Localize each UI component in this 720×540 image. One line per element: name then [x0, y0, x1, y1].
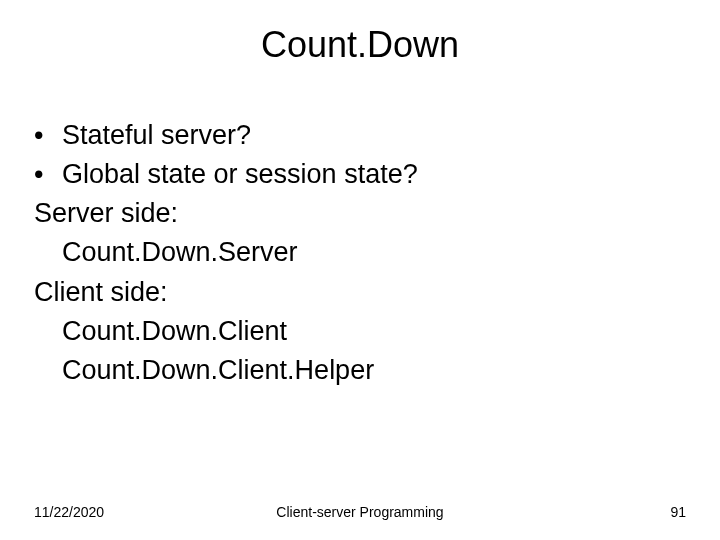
slide-body: • Stateful server? • Global state or ses…: [34, 116, 686, 390]
slide-title: Count.Down: [0, 24, 720, 66]
footer-title: Client-server Programming: [34, 504, 686, 520]
bullet-dot-icon: •: [34, 116, 62, 155]
body-line: Count.Down.Client.Helper: [34, 351, 686, 390]
body-line: Count.Down.Server: [34, 233, 686, 272]
bullet-dot-icon: •: [34, 155, 62, 194]
bullet-text: Stateful server?: [62, 116, 251, 155]
body-line: Count.Down.Client: [34, 312, 686, 351]
bullet-item: • Global state or session state?: [34, 155, 686, 194]
footer-page-number: 91: [670, 504, 686, 520]
bullet-text: Global state or session state?: [62, 155, 418, 194]
body-line: Client side:: [34, 273, 686, 312]
bullet-item: • Stateful server?: [34, 116, 686, 155]
body-line: Server side:: [34, 194, 686, 233]
slide: Count.Down • Stateful server? • Global s…: [0, 0, 720, 540]
